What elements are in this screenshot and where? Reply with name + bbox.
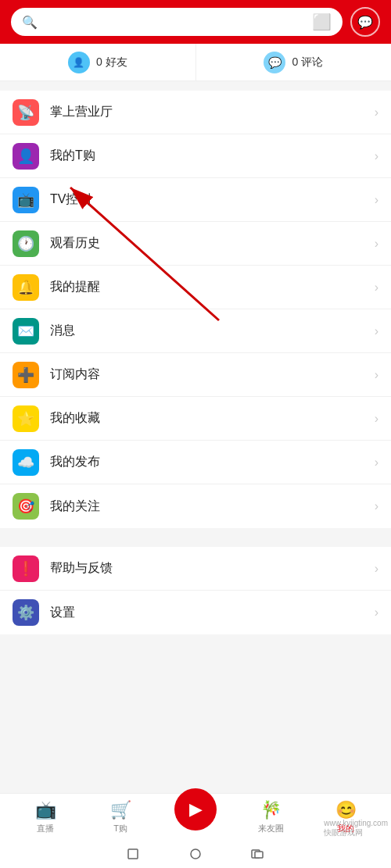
live-nav-icon: 📺 [35, 800, 56, 820]
message-arrow: › [375, 324, 378, 338]
settings-label: 设置 [50, 605, 375, 621]
nav-item-home[interactable]: ▶ [158, 804, 233, 830]
tshopping-nav-label: T购 [113, 823, 127, 834]
comments-count-label: 0 评论 [292, 55, 323, 70]
watch-history-icon: 🕐 [13, 230, 39, 257]
friends-nav-label: 来友圈 [258, 823, 284, 834]
help-feedback-label: 帮助与反馈 [50, 560, 375, 577]
menu-item-tv-control[interactable]: 📺 TV控制 › [0, 178, 391, 222]
main-menu-section: 📡 掌上营业厅 › 👤 我的T购 › 📺 TV控制 › 🕐 观看历史 › 🔔 我… [0, 91, 391, 528]
home-button[interactable] [188, 846, 203, 862]
svg-rect-2 [128, 849, 138, 859]
section-spacer-2 [0, 538, 391, 547]
play-button[interactable]: ▶ [174, 788, 217, 830]
tv-control-label: TV控制 [50, 191, 375, 208]
my-publish-arrow: › [375, 455, 378, 470]
my-follow-icon: 🎯 [13, 493, 39, 520]
watermark-url: www.kyijgting.com [324, 819, 388, 827]
mine-nav-icon: 😊 [335, 800, 356, 820]
subscribe-icon: ➕ [13, 362, 39, 388]
menu-item-watch-history[interactable]: 🕐 观看历史 › [0, 222, 391, 266]
back-button[interactable] [125, 846, 141, 862]
watermark: www.kyijgting.com 快眼游戏网 [324, 819, 388, 838]
nav-item-tshopping[interactable]: 🛒 T购 [83, 800, 158, 834]
search-bar[interactable]: 🔍 ⬜ [11, 8, 343, 36]
watch-history-arrow: › [375, 237, 378, 251]
menu-item-help-feedback[interactable]: ❗ 帮助与反馈 › [0, 547, 391, 591]
tshopping-nav-icon: 🛒 [110, 800, 131, 820]
service-hall-label: 掌上营业厅 [50, 104, 375, 120]
my-favorites-arrow: › [375, 412, 378, 426]
chat-icon: 💬 [357, 15, 373, 30]
my-favorites-icon: ⭐ [13, 405, 39, 432]
my-tshopping-arrow: › [375, 149, 378, 163]
subscribe-arrow: › [375, 368, 378, 382]
settings-icon: ⚙️ [13, 599, 39, 626]
nav-item-friends[interactable]: 🎋 来友圈 [233, 800, 308, 834]
message-button[interactable]: 💬 [350, 7, 380, 37]
my-reminder-label: 我的提醒 [50, 279, 375, 295]
settings-arrow: › [375, 605, 378, 620]
my-reminder-arrow: › [375, 280, 378, 295]
watermark-brand: 快眼游戏网 [324, 827, 388, 838]
service-hall-arrow: › [375, 105, 378, 120]
search-icon: 🔍 [22, 15, 38, 30]
friends-count-label: 0 好友 [96, 55, 127, 70]
my-tshopping-icon: 👤 [13, 143, 39, 170]
help-feedback-arrow: › [375, 562, 378, 576]
my-reminder-icon: 🔔 [13, 274, 39, 301]
recents-button[interactable] [250, 846, 266, 862]
menu-item-service-hall[interactable]: 📡 掌上营业厅 › [0, 91, 391, 134]
friends-nav-icon: 🎋 [260, 800, 281, 820]
help-feedback-icon: ❗ [13, 555, 39, 582]
menu-item-my-reminder[interactable]: 🔔 我的提醒 › [0, 266, 391, 309]
watch-history-label: 观看历史 [50, 235, 375, 252]
tv-control-arrow: › [375, 193, 378, 207]
menu-item-my-follow[interactable]: 🎯 我的关注 › [0, 484, 391, 528]
section-spacer-1 [0, 81, 391, 91]
tv-control-icon: 📺 [13, 187, 39, 213]
friend-avatar-icon: 👤 [68, 52, 90, 73]
menu-item-my-publish[interactable]: ☁️ 我的发布 › [0, 441, 391, 484]
comments-count-item[interactable]: 💬 0 评论 [196, 44, 392, 80]
my-publish-label: 我的发布 [50, 454, 375, 470]
scan-icon[interactable]: ⬜ [312, 13, 332, 31]
live-nav-label: 直播 [37, 823, 54, 834]
menu-item-my-tshopping[interactable]: 👤 我的T购 › [0, 134, 391, 178]
nav-item-live[interactable]: 📺 直播 [8, 800, 83, 834]
my-follow-arrow: › [375, 499, 378, 513]
subscribe-label: 订阅内容 [50, 366, 375, 383]
system-nav-bar [0, 840, 391, 868]
my-favorites-label: 我的收藏 [50, 410, 375, 427]
my-tshopping-label: 我的T购 [50, 148, 375, 164]
menu-item-my-favorites[interactable]: ⭐ 我的收藏 › [0, 397, 391, 441]
friends-count-item[interactable]: 👤 0 好友 [0, 44, 196, 80]
app-header: 🔍 ⬜ 💬 [0, 0, 391, 44]
comment-bubble-icon: 💬 [264, 52, 285, 73]
menu-item-settings[interactable]: ⚙️ 设置 › [0, 591, 391, 634]
my-publish-icon: ☁️ [13, 449, 39, 476]
svg-rect-5 [255, 852, 263, 858]
service-hall-icon: 📡 [13, 99, 39, 126]
settings-menu-section: ❗ 帮助与反馈 › ⚙️ 设置 › [0, 547, 391, 634]
message-icon: ✉️ [13, 318, 39, 345]
my-follow-label: 我的关注 [50, 498, 375, 515]
message-label: 消息 [50, 323, 375, 339]
menu-item-message[interactable]: ✉️ 消息 › [0, 309, 391, 353]
svg-point-3 [191, 849, 200, 859]
friend-comment-bar: 👤 0 好友 💬 0 评论 [0, 44, 391, 81]
menu-item-subscribe[interactable]: ➕ 订阅内容 › [0, 353, 391, 397]
